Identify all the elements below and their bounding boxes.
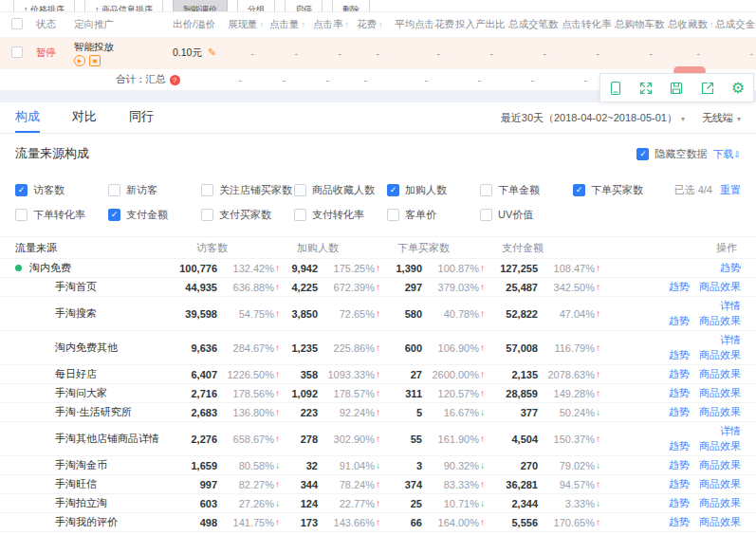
- share-icon[interactable]: [694, 76, 721, 101]
- metric-percent: 116.79%: [542, 342, 595, 354]
- toolbar-button[interactable]: 启停: [285, 0, 323, 12]
- action-link-趋势[interactable]: 趋势: [669, 477, 690, 491]
- metric-checkbox[interactable]: [387, 209, 399, 221]
- metric-option[interactable]: 下单转化率: [15, 208, 108, 222]
- action-link-详情[interactable]: 详情: [720, 299, 741, 313]
- metric-cell: 55161.90%↑: [380, 434, 485, 445]
- action-link-趋势[interactable]: 趋势: [669, 405, 690, 419]
- metric-option[interactable]: 支付转化率: [294, 208, 387, 222]
- metric-option[interactable]: 客单价: [387, 208, 480, 222]
- save-icon[interactable]: [663, 76, 690, 101]
- action-link-趋势[interactable]: 趋势: [669, 348, 690, 362]
- reset-link[interactable]: 重置: [720, 183, 741, 197]
- action-link-商品效果[interactable]: 商品效果: [699, 458, 741, 472]
- sort-arrow-icon[interactable]: ↑: [345, 20, 350, 29]
- action-link-商品效果[interactable]: 商品效果: [699, 477, 741, 491]
- metric-cell: 3,85072.65%↑: [280, 308, 380, 320]
- metric-option[interactable]: ✓加购人数: [387, 183, 480, 197]
- sort-arrow-icon[interactable]: ↑: [302, 20, 306, 29]
- action-link-趋势[interactable]: 趋势: [669, 458, 690, 472]
- metric-checkbox[interactable]: [480, 209, 492, 221]
- action-link-趋势[interactable]: 趋势: [669, 439, 690, 453]
- action-link-趋势[interactable]: 趋势: [669, 280, 690, 294]
- metric-option[interactable]: 新访客: [108, 183, 201, 197]
- metric-checkbox[interactable]: [294, 209, 306, 221]
- action-link-商品效果[interactable]: 商品效果: [699, 496, 741, 510]
- action-link-趋势[interactable]: 趋势: [669, 367, 690, 381]
- column-header[interactable]: 总成交笔数↑: [508, 18, 562, 31]
- row-checkbox-cell: [11, 46, 36, 60]
- action-link-商品效果[interactable]: 商品效果: [699, 348, 741, 362]
- metric-option[interactable]: 下单金额: [480, 183, 573, 197]
- action-link-趋势[interactable]: 趋势: [720, 261, 741, 275]
- metric-option[interactable]: ✓下单买家数: [573, 183, 666, 197]
- download-link[interactable]: 下载⇩: [712, 147, 741, 161]
- metric-checkbox[interactable]: [294, 184, 306, 196]
- action-link-商品效果[interactable]: 商品效果: [699, 314, 741, 328]
- metric-checkbox[interactable]: ✓: [108, 209, 120, 221]
- metric-checkbox[interactable]: [201, 209, 213, 221]
- column-header[interactable]: 点击率↑: [313, 18, 357, 31]
- date-range-selector[interactable]: 最近30天（2018-04-02~2018-05-01）▾: [501, 111, 685, 125]
- metric-cell: 173143.66%↑: [280, 517, 380, 528]
- metric-option[interactable]: 关注店铺买家数: [201, 183, 294, 197]
- actions-cell: 趋势: [600, 261, 741, 275]
- action-link-详情[interactable]: 详情: [720, 333, 741, 347]
- action-link-趋势[interactable]: 趋势: [669, 386, 690, 400]
- metric-option[interactable]: ✓访客数: [15, 183, 108, 197]
- action-link-商品效果[interactable]: 商品效果: [699, 280, 741, 294]
- fullscreen-icon[interactable]: [633, 76, 659, 101]
- action-link-商品效果[interactable]: 商品效果: [699, 367, 741, 381]
- row-checkbox[interactable]: [11, 46, 23, 58]
- metric-checkbox[interactable]: [108, 184, 120, 196]
- column-header[interactable]: 总成交金额↑: [715, 18, 756, 31]
- column-header[interactable]: 投入产出比↑: [455, 18, 508, 31]
- metric-value: 600: [405, 342, 422, 354]
- action-link-商品效果[interactable]: 商品效果: [699, 405, 741, 419]
- column-header[interactable]: 总购物车数↑: [615, 18, 668, 31]
- column-header[interactable]: 点击量↑: [269, 18, 313, 31]
- column-header[interactable]: 总收藏数↑: [668, 18, 715, 31]
- metric-option[interactable]: 商品收藏人数: [294, 183, 387, 197]
- toolbar-button[interactable]: 分组: [237, 0, 275, 12]
- help-icon[interactable]: ?: [170, 75, 180, 85]
- tab-同行[interactable]: 同行: [129, 102, 154, 133]
- settings-gear-icon[interactable]: ⚙: [725, 76, 751, 101]
- action-link-详情[interactable]: 详情: [720, 424, 741, 438]
- sort-arrow-icon[interactable]: ↑: [710, 20, 714, 29]
- column-header[interactable]: 点击转化率↑: [562, 18, 615, 31]
- mobile-preview-icon[interactable]: [602, 76, 629, 101]
- action-link-趋势[interactable]: 趋势: [669, 314, 690, 328]
- sort-arrow-icon[interactable]: ↑: [378, 20, 383, 29]
- action-link-商品效果[interactable]: 商品效果: [699, 439, 741, 453]
- device-selector[interactable]: 无线端▾: [702, 111, 741, 125]
- metric-checkbox[interactable]: ✓: [387, 184, 399, 196]
- sort-arrow-icon[interactable]: ↑: [260, 20, 265, 29]
- metric-checkbox[interactable]: [15, 209, 28, 221]
- edit-pencil-icon[interactable]: ✎: [208, 46, 216, 58]
- metric-checkbox[interactable]: [201, 184, 213, 196]
- toolbar-button[interactable]: 智能调价: [173, 0, 228, 12]
- column-header[interactable]: 花费↑: [357, 18, 395, 31]
- hide-empty-checkbox[interactable]: ✓: [636, 148, 649, 160]
- metric-checkbox[interactable]: ✓: [15, 184, 28, 196]
- metric-checkbox[interactable]: [480, 184, 492, 196]
- action-link-商品效果[interactable]: 商品效果: [699, 386, 741, 400]
- table-column-header: 下单买家数: [380, 241, 485, 255]
- action-link-趋势[interactable]: 趋势: [669, 515, 690, 529]
- action-link-商品效果[interactable]: 商品效果: [699, 515, 741, 529]
- campaign-name[interactable]: 智能投放: [74, 41, 173, 53]
- toolbar-button[interactable]: 删除: [332, 0, 370, 12]
- metric-option[interactable]: UV价值: [480, 208, 573, 222]
- action-link-趋势[interactable]: 趋势: [669, 496, 690, 510]
- toolbar-button[interactable]: ↑ 商品信息排序: [84, 0, 163, 12]
- tab-构成[interactable]: 构成: [15, 102, 40, 133]
- metric-option[interactable]: ✓支付金额: [108, 208, 201, 222]
- select-all-checkbox[interactable]: [11, 18, 23, 29]
- column-header[interactable]: 展现量↑: [228, 18, 269, 31]
- metric-option[interactable]: 支付买家数: [201, 208, 294, 222]
- column-header[interactable]: 平均点击花费↑: [395, 18, 455, 31]
- tab-对比[interactable]: 对比: [72, 102, 97, 133]
- metric-checkbox[interactable]: ✓: [573, 184, 585, 196]
- toolbar-button[interactable]: ↑ 价格排序: [13, 0, 75, 12]
